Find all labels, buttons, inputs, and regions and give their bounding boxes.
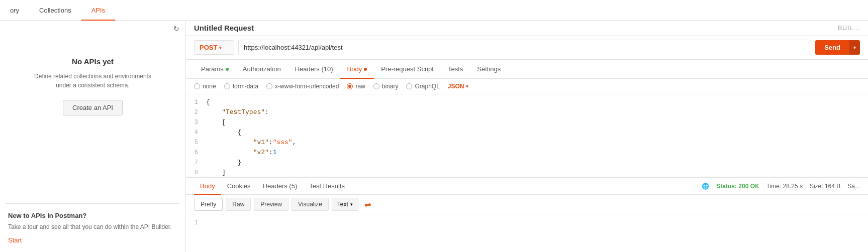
code-line-2: 2 "TestTypes":: [186, 108, 868, 118]
tab-settings[interactable]: Settings: [470, 60, 508, 79]
resp-preview-button[interactable]: Preview: [254, 198, 288, 211]
sidebar-empty: No APIs yet Define related collections a…: [0, 37, 185, 203]
resp-visualize-button[interactable]: Visualize: [292, 198, 329, 211]
code-line-5: 5 "v1":"sss",: [186, 139, 868, 149]
promo-desc: Take a tour and see all that you can do …: [8, 222, 177, 231]
body-type-graphql[interactable]: GraphQL: [406, 83, 439, 90]
response-tabs-bar: Body Cookies Headers (5) Test Results 🌐 …: [186, 178, 868, 195]
resp-tab-body[interactable]: Body: [194, 178, 221, 195]
body-type-raw[interactable]: raw: [347, 83, 365, 90]
sidebar-promo: New to APIs in Postman? Take a tour and …: [0, 204, 185, 252]
code-line-7: 7 }: [186, 159, 868, 169]
send-dropdown-button[interactable]: ▾: [849, 40, 860, 55]
no-apis-desc: Define related collections and environme…: [33, 72, 153, 90]
url-bar: POST ▾ Send ▾: [186, 36, 868, 60]
radio-raw: [347, 83, 353, 89]
tab-collections[interactable]: Collections: [29, 1, 81, 21]
title-bar: Untitled Request BUIL...: [186, 21, 868, 36]
radio-binary: [373, 83, 379, 89]
request-title: Untitled Request: [194, 24, 254, 32]
text-format-dropdown[interactable]: Text ▾: [332, 198, 358, 211]
code-editor[interactable]: 1 { 2 "TestTypes": 3 [ 4 { 5 "v1":"sss",: [186, 94, 868, 177]
response-area: Body Cookies Headers (5) Test Results 🌐 …: [186, 177, 868, 252]
response-status-bar: 🌐 Status: 200 OK Time: 28.25 s Size: 164…: [702, 183, 860, 190]
builder-label: BUIL...: [838, 25, 860, 32]
resp-raw-button[interactable]: Raw: [226, 198, 251, 211]
body-type-bar: none form-data x-www-form-urlencoded raw…: [186, 79, 868, 94]
resp-tab-cookies[interactable]: Cookies: [221, 178, 257, 195]
globe-icon: 🌐: [702, 183, 709, 190]
resp-line-1: 1: [186, 218, 868, 228]
status-ok: Status: 200 OK: [716, 183, 759, 190]
send-group: Send ▾: [815, 40, 860, 55]
body-dot: [364, 68, 367, 71]
radio-form-data: [224, 83, 230, 89]
code-line-4: 4 {: [186, 129, 868, 139]
body-type-urlencoded[interactable]: x-www-form-urlencoded: [266, 83, 339, 90]
code-line-3: 3 [: [186, 118, 868, 129]
response-body: 1: [186, 214, 868, 252]
url-input[interactable]: [238, 40, 811, 55]
send-chevron-icon: ▾: [853, 45, 856, 50]
response-controls: Pretty Raw Preview Visualize Text ▾ ⇌: [186, 195, 868, 214]
top-nav: ory Collections APIs: [0, 0, 868, 21]
code-line-6: 6 "v2":1: [186, 149, 868, 159]
content-area: Untitled Request BUIL... POST ▾ Send ▾ P…: [186, 21, 868, 252]
wrap-icon[interactable]: ⇌: [364, 200, 371, 209]
radio-raw-inner: [348, 85, 351, 88]
radio-none: [194, 83, 200, 89]
body-type-none[interactable]: none: [194, 83, 216, 90]
tab-authorization[interactable]: Authorization: [236, 60, 288, 79]
status-size: Size: 164 B: [810, 183, 840, 190]
tab-headers[interactable]: Headers (10): [288, 60, 340, 79]
format-chevron-icon: ▾: [466, 84, 468, 89]
code-line-8: 8 ]: [186, 169, 868, 177]
status-time: Time: 28.25 s: [766, 183, 803, 190]
tab-apis[interactable]: APIs: [81, 1, 115, 21]
sidebar: ↻ No APIs yet Define related collections…: [0, 21, 186, 252]
text-format-chevron-icon: ▾: [350, 202, 353, 207]
radio-urlencoded: [266, 83, 272, 89]
refresh-icon[interactable]: ↻: [173, 25, 179, 33]
method-dropdown-icon: ▾: [219, 45, 222, 50]
save-response-label: Sa...: [847, 183, 860, 190]
body-type-form-data[interactable]: form-data: [224, 83, 258, 90]
create-api-button[interactable]: Create an API: [63, 100, 123, 115]
method-select[interactable]: POST ▾: [194, 40, 234, 55]
tab-params[interactable]: Params: [194, 60, 236, 79]
tab-ory[interactable]: ory: [0, 1, 29, 21]
send-button[interactable]: Send: [815, 40, 849, 55]
body-type-binary[interactable]: binary: [373, 83, 399, 90]
main-layout: ↻ No APIs yet Define related collections…: [0, 21, 868, 252]
sidebar-header: ↻: [0, 21, 185, 37]
resp-pretty-button[interactable]: Pretty: [194, 198, 223, 211]
tab-pre-request-script[interactable]: Pre-request Script: [374, 60, 441, 79]
promo-title: New to APIs in Postman?: [8, 212, 177, 219]
resp-tab-headers[interactable]: Headers (5): [257, 178, 304, 195]
request-tabs: Params Authorization Headers (10) Body P…: [186, 60, 868, 79]
radio-graphql: [406, 83, 412, 89]
tab-body[interactable]: Body: [340, 60, 374, 79]
format-select[interactable]: JSON ▾: [448, 83, 468, 90]
no-apis-title: No APIs yet: [72, 57, 114, 66]
tab-tests[interactable]: Tests: [441, 60, 470, 79]
code-line-1: 1 {: [186, 98, 868, 108]
promo-start-link[interactable]: Start: [8, 236, 22, 244]
params-dot: [226, 68, 229, 71]
resp-tab-test-results[interactable]: Test Results: [303, 178, 351, 195]
